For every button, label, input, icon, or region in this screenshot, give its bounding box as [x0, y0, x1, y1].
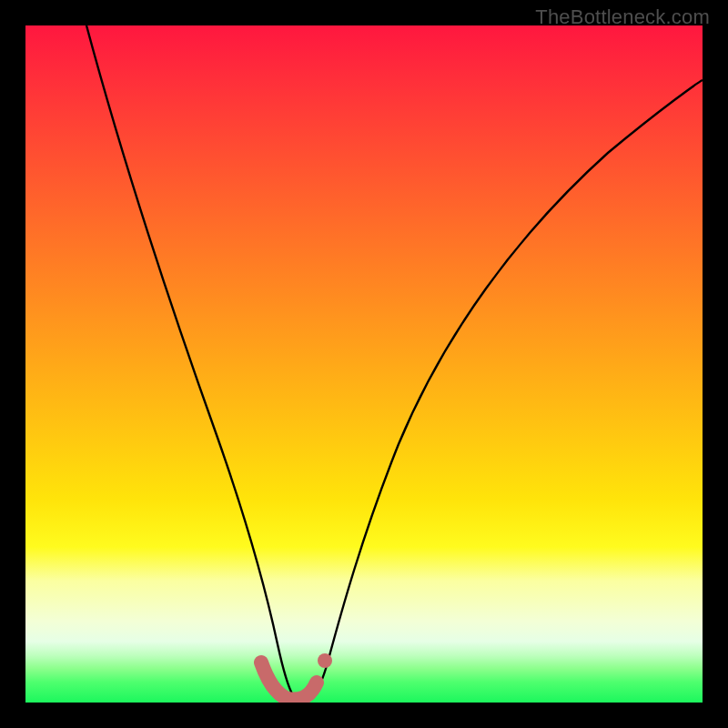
marker-outlier-dot: [318, 653, 332, 668]
curve-path: [86, 25, 703, 699]
marker-region-path: [261, 662, 317, 700]
bottleneck-curve: [25, 25, 703, 703]
chart-frame: TheBottleneck.com: [0, 0, 728, 728]
plot-area: [25, 25, 703, 703]
watermark-text: TheBottleneck.com: [535, 5, 710, 29]
